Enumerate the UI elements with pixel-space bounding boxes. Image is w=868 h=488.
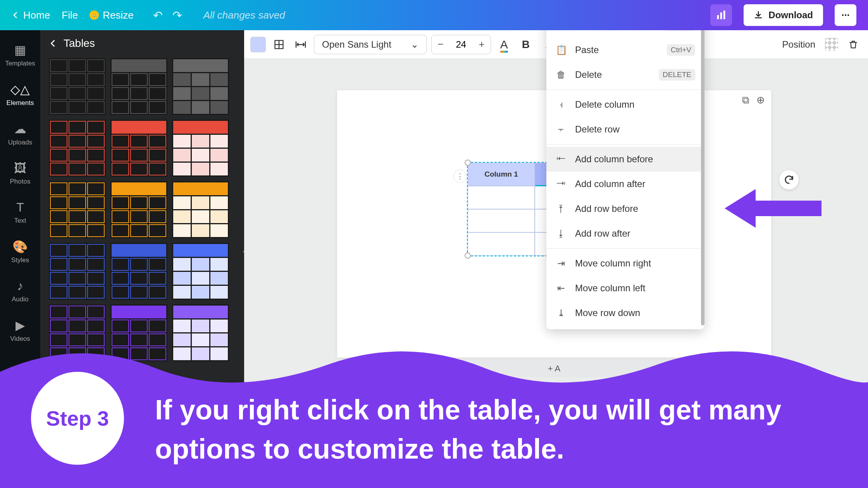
more-menu-button[interactable]: ··· — [835, 4, 856, 26]
context-menu-scrollbar[interactable] — [701, 30, 704, 325]
bar-chart-icon — [716, 10, 727, 21]
table-style-thumb[interactable] — [49, 181, 106, 238]
table-style-thumb[interactable] — [49, 58, 106, 115]
table-style-thumb[interactable] — [172, 120, 229, 177]
table-style-thumb[interactable] — [49, 304, 106, 361]
chevron-left-icon — [49, 39, 57, 48]
decrease-size[interactable]: − — [432, 38, 450, 50]
table-style-thumb[interactable] — [110, 58, 167, 115]
position-button[interactable]: Position — [779, 39, 818, 50]
cm-add-row-before[interactable]: ⭱Add row before — [546, 196, 704, 221]
delete-column-icon: ⫞ — [556, 99, 567, 110]
text-color-icon: A — [500, 38, 508, 51]
table-style-thumb[interactable] — [110, 120, 167, 177]
add-row-after-icon: ⭳ — [556, 228, 567, 239]
download-button[interactable]: Download — [744, 4, 823, 26]
text-color-button[interactable]: A — [496, 36, 513, 53]
delete-button[interactable] — [845, 36, 862, 53]
move-col-left-icon: ⇤ — [556, 283, 567, 294]
cm-move-column-left[interactable]: ⇤Move column left — [546, 276, 704, 301]
table-cell[interactable] — [468, 209, 535, 232]
arrow-left-icon — [721, 181, 822, 235]
elements-icon: ◇△ — [10, 82, 30, 97]
move-row-down-icon: ⤓ — [556, 308, 567, 318]
table-style-thumb[interactable] — [110, 304, 167, 361]
transparency-icon — [825, 38, 838, 51]
table-style-thumb[interactable] — [49, 243, 106, 300]
rail-photos[interactable]: 🖼Photos — [0, 155, 40, 192]
download-icon — [754, 10, 763, 20]
table-style-thumb[interactable] — [110, 243, 167, 300]
save-status: All changes saved — [203, 9, 285, 21]
cm-move-row-down[interactable]: ⤓Move row down — [546, 301, 704, 325]
rail-videos[interactable]: ▶Videos — [0, 312, 40, 349]
cm-paste[interactable]: 📋PasteCtrl+V — [546, 38, 704, 62]
cm-copy[interactable]: ⧉CopyCtrl+C — [546, 30, 704, 38]
font-size-stepper[interactable]: − 24 + — [431, 35, 491, 54]
copy-icon: ⧉ — [556, 30, 567, 31]
svg-rect-1 — [720, 12, 722, 19]
selection-handle[interactable] — [465, 253, 471, 259]
cm-add-column-before[interactable]: ⭰Add column before — [546, 147, 704, 172]
increase-size[interactable]: + — [473, 38, 491, 50]
panel-header[interactable]: Tables — [49, 37, 236, 50]
elements-panel: Tables ◂ — [40, 30, 244, 488]
table-style-thumb[interactable] — [49, 120, 106, 177]
rail-uploads[interactable]: ☁Uploads — [0, 115, 40, 153]
duplicate-page-icon[interactable]: ⧉ — [742, 94, 749, 106]
cm-delete[interactable]: 🗑DeleteDELETE — [546, 62, 704, 87]
table-cell[interactable] — [468, 232, 535, 256]
table-style-thumb[interactable] — [172, 181, 229, 238]
crown-icon: 👑 — [90, 10, 99, 20]
add-page-strip[interactable]: + A — [337, 360, 771, 377]
cm-delete-row[interactable]: ⫟Delete row — [546, 117, 704, 142]
table-style-thumb[interactable] — [172, 243, 229, 300]
chevron-down-icon: ⌄ — [411, 39, 418, 50]
font-name: Open Sans Light — [322, 39, 391, 50]
font-size-value[interactable]: 24 — [450, 39, 473, 50]
redo-icon[interactable]: ↷ — [172, 9, 182, 22]
table-header-cell[interactable]: Column 1 — [468, 163, 535, 186]
rail-styles[interactable]: 🎨Styles — [0, 233, 40, 270]
uploads-icon: ☁ — [14, 122, 26, 136]
home-button[interactable]: Home — [12, 9, 50, 21]
text-icon: T — [16, 200, 24, 215]
cm-add-row-after[interactable]: ⭳Add row after — [546, 221, 704, 246]
table-style-thumb[interactable] — [172, 304, 229, 361]
fill-color-swatch[interactable] — [250, 37, 266, 52]
selection-handle[interactable] — [465, 160, 471, 166]
cm-add-column-after[interactable]: ⭲Add column after — [546, 172, 704, 196]
table-style-thumb[interactable] — [110, 181, 167, 238]
spacing-icon — [295, 40, 307, 49]
trash-icon: 🗑 — [556, 69, 567, 80]
add-page-label: + A — [548, 364, 560, 374]
rail-audio[interactable]: ♪Audio — [0, 273, 40, 309]
file-menu[interactable]: File — [62, 9, 78, 21]
add-column-before-icon: ⭰ — [556, 154, 567, 165]
font-select[interactable]: Open Sans Light ⌄ — [314, 35, 427, 54]
resize-button[interactable]: 👑 Resize — [90, 9, 133, 21]
collapse-panel-handle[interactable]: ◂ — [239, 235, 244, 266]
table-cell[interactable] — [468, 186, 535, 209]
cm-move-column-right[interactable]: ⇥Move column right — [546, 251, 704, 276]
bold-button[interactable]: B — [517, 36, 534, 53]
rail-elements[interactable]: ◇△Elements — [0, 76, 40, 113]
grid-icon — [274, 39, 284, 50]
undo-icon[interactable]: ↶ — [153, 9, 163, 22]
table-border-button[interactable] — [270, 36, 288, 53]
table-style-thumb[interactable] — [172, 58, 229, 115]
rail-text[interactable]: TText — [0, 194, 40, 231]
table-more-handle[interactable]: ⋮ — [453, 170, 467, 183]
insights-button[interactable] — [710, 4, 732, 26]
svg-rect-0 — [717, 15, 719, 19]
cm-delete-column[interactable]: ⫞Delete column — [546, 92, 704, 117]
delete-row-icon: ⫟ — [556, 124, 567, 135]
transparency-button[interactable] — [823, 36, 840, 53]
top-bar: Home File 👑 Resize ↶ ↷ All changes saved… — [0, 0, 868, 30]
audio-icon: ♪ — [17, 279, 23, 293]
rail-templates[interactable]: ▦Templates — [0, 36, 40, 74]
spacing-button[interactable] — [292, 36, 309, 53]
add-row-before-icon: ⭱ — [556, 203, 567, 214]
add-page-icon[interactable]: ⊕ — [756, 94, 765, 106]
context-menu: ⧉CopyCtrl+C 📋PasteCtrl+V 🗑DeleteDELETE ⫞… — [546, 30, 704, 329]
